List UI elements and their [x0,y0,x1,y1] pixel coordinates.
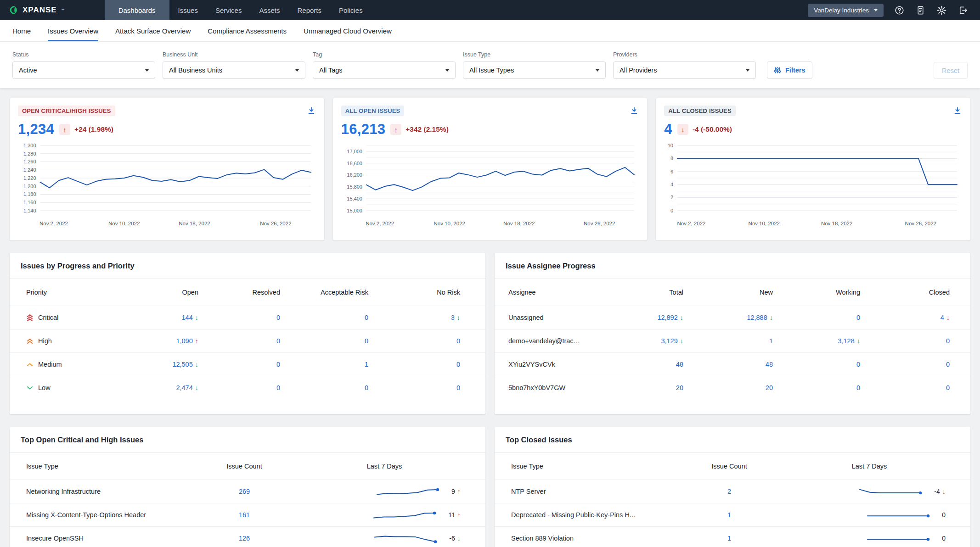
cell-no-risk[interactable]: 3↓ [368,314,460,321]
issue-count-cell[interactable]: 126 [187,535,302,542]
value-link[interactable]: 144 [182,314,193,321]
help-button[interactable] [894,5,905,16]
value-link[interactable]: 0 [276,384,280,391]
value-link[interactable]: 1 [727,535,731,542]
value-link[interactable]: 161 [239,511,250,519]
cell-acceptable-risk[interactable]: 0 [280,337,368,345]
issue-count-cell[interactable]: 269 [187,488,302,495]
value-link[interactable]: 1,090 [176,337,192,345]
cell-total[interactable]: 48 [605,361,683,368]
logout-button[interactable] [957,5,968,16]
cell-closed[interactable]: 4↓ [860,314,950,321]
reset-button[interactable]: Reset [934,62,968,79]
value-link[interactable]: 0 [276,337,280,345]
value-link[interactable]: 3 [451,314,455,321]
cell-acceptable-risk[interactable]: 0 [280,314,368,321]
value-link[interactable]: 12,892 [657,314,677,321]
cell-total[interactable]: 3,129↓ [605,337,683,345]
cell-acceptable-risk[interactable]: 1 [280,361,368,368]
value-link[interactable]: 0 [276,361,280,368]
cell-new[interactable]: 1 [683,337,773,345]
cell-open[interactable]: 2,474↓ [125,384,198,391]
cell-resolved[interactable]: 0 [198,337,280,345]
value-link[interactable]: 0 [946,384,950,391]
brand-logo[interactable]: XPANSE™ [0,0,65,20]
tab-issues-overview[interactable]: Issues Overview [48,20,98,41]
value-link[interactable]: 0 [365,384,368,391]
cell-no-risk[interactable]: 0 [368,337,460,345]
documentation-button[interactable] [915,5,926,16]
select-status[interactable]: Active [12,61,155,79]
nav-item-services[interactable]: Services [207,0,251,20]
cell-resolved[interactable]: 0 [198,361,280,368]
value-link[interactable]: 48 [676,361,683,368]
cell-new[interactable]: 12,888↓ [683,314,773,321]
select-issue-type[interactable]: All Issue Types [463,61,606,79]
value-link[interactable]: 3,129 [661,337,677,345]
cell-total[interactable]: 20 [605,384,683,391]
cell-resolved[interactable]: 0 [198,384,280,391]
cell-acceptable-risk[interactable]: 0 [280,384,368,391]
value-link[interactable]: 0 [456,361,460,368]
cell-closed[interactable]: 0 [860,337,950,345]
value-link[interactable]: 0 [456,337,460,345]
select-tag[interactable]: All Tags [313,61,456,79]
issue-count-cell[interactable]: 161 [187,511,302,519]
tab-compliance-assessments[interactable]: Compliance Assessments [208,20,287,41]
cell-working[interactable]: 0 [773,314,860,321]
value-link[interactable]: 2 [727,488,731,495]
value-link[interactable]: 0 [365,337,368,345]
value-link[interactable]: 20 [676,384,683,391]
select-business-unit[interactable]: All Business Units [163,61,305,79]
value-link[interactable]: 126 [239,535,250,542]
cell-no-risk[interactable]: 0 [368,361,460,368]
value-link[interactable]: 0 [856,384,860,391]
value-link[interactable]: 0 [946,337,950,345]
nav-item-assets[interactable]: Assets [250,0,288,20]
value-link[interactable]: 12,888 [747,314,767,321]
value-link[interactable]: 2,474 [176,384,192,391]
cell-working[interactable]: 0 [773,361,860,368]
value-link[interactable]: 48 [766,361,773,368]
cell-open[interactable]: 144↓ [125,314,198,321]
cell-open[interactable]: 12,505↓ [125,361,198,368]
nav-item-dashboards[interactable]: Dashboards [105,0,169,20]
settings-button[interactable] [936,5,947,16]
download-button[interactable] [307,106,316,116]
cell-closed[interactable]: 0 [860,384,950,391]
download-button[interactable] [953,106,962,116]
value-link[interactable]: 0 [856,314,860,321]
nav-item-policies[interactable]: Policies [330,0,372,20]
account-switcher[interactable]: VanDelay Industries [808,4,884,17]
value-link[interactable]: 0 [276,314,280,321]
cell-resolved[interactable]: 0 [198,314,280,321]
cell-total[interactable]: 12,892↓ [605,314,683,321]
value-link[interactable]: 1 [727,511,731,519]
download-button[interactable] [630,106,639,116]
value-link[interactable]: 0 [946,361,950,368]
value-link[interactable]: 20 [766,384,773,391]
filters-button[interactable]: Filters [767,61,812,79]
value-link[interactable]: 0 [456,384,460,391]
tab-unmanaged-cloud-overview[interactable]: Unmanaged Cloud Overview [304,20,392,41]
tab-home[interactable]: Home [12,20,31,41]
nav-item-issues[interactable]: Issues [169,0,207,20]
cell-new[interactable]: 20 [683,384,773,391]
issue-count-cell[interactable]: 1 [672,535,787,542]
tab-attack-surface-overview[interactable]: Attack Surface Overview [115,20,191,41]
value-link[interactable]: 269 [239,488,250,495]
cell-open[interactable]: 1,090↑ [125,337,198,345]
issue-count-cell[interactable]: 1 [672,511,787,519]
cell-new[interactable]: 48 [683,361,773,368]
value-link[interactable]: 1 [769,337,773,345]
select-providers[interactable]: All Providers [613,61,756,79]
cell-working[interactable]: 3,128↓ [773,337,860,345]
value-link[interactable]: 1 [365,361,368,368]
cell-working[interactable]: 0 [773,384,860,391]
value-link[interactable]: 12,505 [172,361,192,368]
value-link[interactable]: 0 [365,314,368,321]
issue-count-cell[interactable]: 2 [672,488,787,495]
nav-item-reports[interactable]: Reports [288,0,330,20]
cell-no-risk[interactable]: 0 [368,384,460,391]
value-link[interactable]: 3,128 [838,337,854,345]
